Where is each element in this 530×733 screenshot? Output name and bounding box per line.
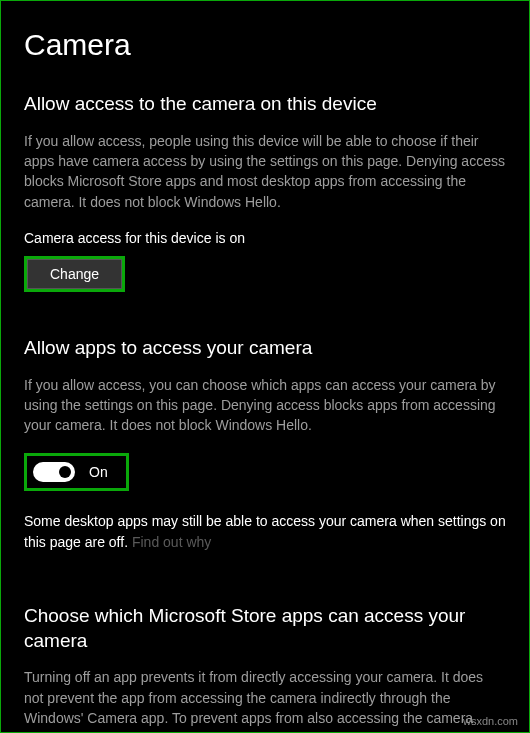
- allow-apps-toggle[interactable]: [33, 462, 75, 482]
- watermark: wsxdn.com: [463, 715, 518, 727]
- toggle-state-label: On: [89, 464, 108, 480]
- allow-apps-toggle-highlight: On: [24, 453, 129, 491]
- section2-heading: Allow apps to access your camera: [24, 336, 506, 361]
- note-text-content: Some desktop apps may still be able to a…: [24, 513, 506, 549]
- toggle-knob: [59, 466, 71, 478]
- change-button[interactable]: Change: [27, 259, 122, 289]
- section2-body: If you allow access, you can choose whic…: [24, 375, 506, 436]
- find-out-why-link[interactable]: Find out why: [132, 534, 211, 550]
- desktop-apps-note: Some desktop apps may still be able to a…: [24, 511, 506, 552]
- section3-body: Turning off an app prevents it from dire…: [24, 667, 506, 733]
- change-button-highlight: Change: [24, 256, 125, 292]
- page-title: Camera: [24, 28, 506, 62]
- camera-access-status: Camera access for this device is on: [24, 230, 506, 246]
- section1-body: If you allow access, people using this d…: [24, 131, 506, 212]
- section1-heading: Allow access to the camera on this devic…: [24, 92, 506, 117]
- section3-heading: Choose which Microsoft Store apps can ac…: [24, 604, 506, 653]
